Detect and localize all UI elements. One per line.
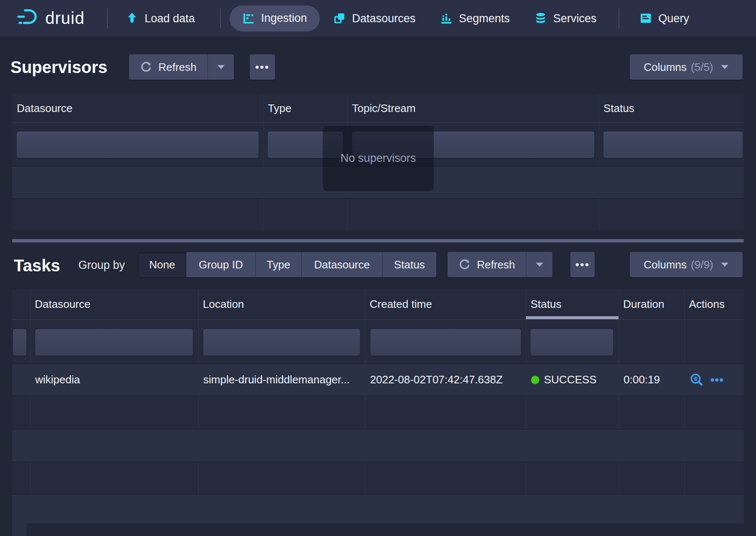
table-row-empty <box>12 198 744 230</box>
druid-logo[interactable]: druid <box>16 8 85 29</box>
table-row-empty <box>12 494 744 523</box>
tasks-filter-row <box>12 320 744 364</box>
filter-input-datasource[interactable] <box>35 329 193 356</box>
group-by-button-group: None Group ID Type Datasource Status <box>138 252 436 277</box>
table-row-empty <box>12 395 744 429</box>
filter-input-created-time[interactable] <box>370 329 521 356</box>
chevron-down-icon <box>721 262 729 267</box>
nav-item-segments[interactable]: Segments <box>440 12 510 25</box>
table-row-empty <box>12 429 744 462</box>
table-row[interactable]: wikipedia simple-druid-middlemanager... … <box>12 364 744 395</box>
nav-item-datasources[interactable]: Datasources <box>333 12 416 25</box>
header-type[interactable]: Type <box>263 102 347 115</box>
filter-input-location[interactable] <box>203 329 360 356</box>
cell-datasource: wikipedia <box>30 373 198 386</box>
nav-item-load-data[interactable]: Load data <box>126 12 195 25</box>
tasks-table-header: Datasource Location Created time Status … <box>12 289 744 320</box>
nav-item-services[interactable]: Services <box>534 12 597 25</box>
header-status[interactable]: Status <box>599 102 743 115</box>
header-duration[interactable]: Duration <box>619 298 684 311</box>
group-by-label: Group by <box>78 259 125 272</box>
ellipsis-icon: ••• <box>255 61 269 74</box>
nav-item-label: Query <box>658 12 689 25</box>
table-row-empty <box>12 462 744 494</box>
supervisors-title: Supervisors <box>10 58 107 77</box>
supervisors-refresh-button[interactable]: Refresh <box>129 55 234 80</box>
cell-location: simple-druid-middlemanager... <box>198 373 365 386</box>
group-by-group-id-button[interactable]: Group ID <box>186 252 256 277</box>
group-by-datasource-button[interactable]: Datasource <box>302 252 383 277</box>
query-icon <box>639 12 652 25</box>
table-left-gutter-row <box>12 523 26 536</box>
header-status-sorted[interactable]: Status <box>526 298 619 311</box>
supervisors-columns-button[interactable]: Columns (5/5) <box>630 55 743 80</box>
ingestion-chart-icon <box>242 12 255 25</box>
status-label: SUCCESS <box>544 373 597 386</box>
header-actions[interactable]: Actions <box>684 298 744 311</box>
group-by-type-button[interactable]: Type <box>256 252 302 277</box>
supervisors-more-button[interactable]: ••• <box>250 55 275 80</box>
columns-count: (9/9) <box>691 258 713 271</box>
header-created-time[interactable]: Created time <box>365 298 526 311</box>
tasks-refresh-button[interactable]: Refresh <box>448 252 552 277</box>
cell-status: SUCCESS <box>526 373 619 386</box>
sort-indicator <box>526 316 619 319</box>
section-resize-handle[interactable] <box>12 239 744 242</box>
nav-divider <box>619 8 619 29</box>
refresh-button-label: Refresh <box>158 61 197 74</box>
filter-input-datasource[interactable] <box>17 132 259 158</box>
nav-item-query[interactable]: Query <box>639 12 689 25</box>
row-more-actions-icon[interactable]: ••• <box>710 373 724 387</box>
header-location[interactable]: Location <box>198 298 365 311</box>
columns-button-label: Columns <box>644 61 687 74</box>
magnifier-lines-icon[interactable] <box>689 372 704 388</box>
nav-item-label: Segments <box>459 12 510 25</box>
refresh-icon <box>140 61 153 73</box>
header-datasource[interactable]: Datasource <box>30 298 198 311</box>
segments-icon <box>440 12 453 25</box>
header-topic-stream[interactable]: Topic/Stream <box>347 102 599 115</box>
no-supervisors-message: No supervisors <box>323 126 434 191</box>
chevron-down-icon <box>217 65 225 70</box>
nav-item-label: Load data <box>145 12 195 25</box>
nav-item-label: Datasources <box>352 12 416 25</box>
services-database-icon <box>534 12 547 25</box>
cell-created-time: 2022-08-02T07:42:47.638Z <box>365 373 526 386</box>
cell-actions: ••• <box>684 372 744 388</box>
chevron-down-icon <box>536 262 544 267</box>
tasks-title: Tasks <box>14 256 60 275</box>
nav-divider <box>220 8 221 29</box>
group-by-none-button[interactable]: None <box>138 252 186 277</box>
columns-button-label: Columns <box>644 258 687 271</box>
chevron-down-icon <box>721 65 729 70</box>
refresh-icon <box>458 258 471 271</box>
refresh-dropdown-button[interactable] <box>526 252 552 277</box>
filter-input-status[interactable] <box>531 329 613 356</box>
tasks-more-button[interactable]: ••• <box>570 252 595 277</box>
refresh-dropdown-button[interactable] <box>207 55 234 80</box>
tasks-table: Datasource Location Created time Status … <box>12 289 744 523</box>
brand-wordmark: druid <box>45 9 85 28</box>
ellipsis-icon: ••• <box>575 258 590 271</box>
filter-input-status[interactable] <box>603 132 743 158</box>
druid-logo-icon <box>16 8 39 29</box>
cell-duration: 0:00:19 <box>619 373 684 386</box>
group-by-status-button[interactable]: Status <box>383 252 436 277</box>
top-nav-bar: druid Load data Ingestio <box>0 0 756 36</box>
nav-item-label: Ingestion <box>261 12 307 25</box>
nav-item-label: Services <box>553 12 597 25</box>
tasks-columns-button[interactable]: Columns (9/9) <box>630 252 743 277</box>
header-datasource[interactable]: Datasource <box>12 102 263 115</box>
refresh-button-label: Refresh <box>477 258 515 271</box>
supervisors-table-header: Datasource Type Topic/Stream Status <box>12 94 744 123</box>
datasources-icon <box>333 12 346 25</box>
upload-icon <box>126 12 138 25</box>
druid-console: druid Load data Ingestio <box>0 0 756 536</box>
nav-item-ingestion-active[interactable]: Ingestion <box>230 5 320 31</box>
nav-divider <box>107 8 108 29</box>
columns-count: (5/5) <box>691 61 713 74</box>
status-success-dot <box>531 376 539 384</box>
filter-input-gutter[interactable] <box>13 329 26 356</box>
